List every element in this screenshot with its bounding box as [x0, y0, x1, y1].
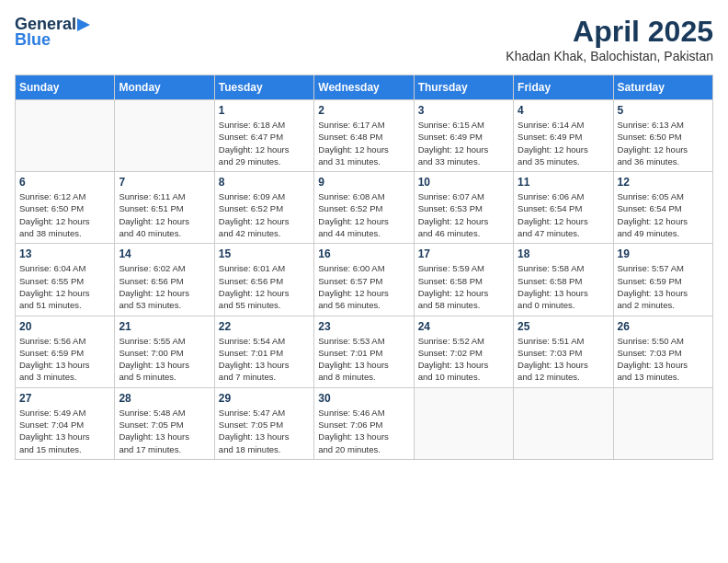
page-header: General Blue April 2025 Khadan Khak, Bal… [15, 15, 713, 63]
weekday-header-monday: Monday [115, 75, 214, 100]
calendar-cell: 11Sunrise: 6:06 AM Sunset: 6:54 PM Dayli… [514, 172, 613, 244]
calendar-cell: 29Sunrise: 5:47 AM Sunset: 7:05 PM Dayli… [214, 387, 313, 459]
day-info: Sunrise: 6:13 AM Sunset: 6:50 PM Dayligh… [618, 119, 709, 167]
day-info: Sunrise: 6:14 AM Sunset: 6:49 PM Dayligh… [518, 119, 609, 167]
day-number: 22 [219, 320, 310, 333]
day-number: 6 [19, 176, 110, 189]
calendar-cell: 23Sunrise: 5:53 AM Sunset: 7:01 PM Dayli… [314, 316, 414, 387]
weekday-header-row: SundayMondayTuesdayWednesdayThursdayFrid… [16, 75, 713, 100]
calendar-cell [414, 387, 513, 459]
title-area: April 2025 Khadan Khak, Balochistan, Pak… [506, 15, 713, 63]
calendar-cell: 24Sunrise: 5:52 AM Sunset: 7:02 PM Dayli… [414, 316, 513, 387]
day-number: 16 [318, 247, 409, 260]
weekday-header-tuesday: Tuesday [214, 75, 313, 100]
calendar-week-5: 27Sunrise: 5:49 AM Sunset: 7:04 PM Dayli… [16, 387, 713, 459]
day-number: 23 [318, 320, 409, 333]
calendar-cell: 26Sunrise: 5:50 AM Sunset: 7:03 PM Dayli… [613, 316, 712, 387]
day-number: 3 [418, 104, 509, 117]
day-info: Sunrise: 6:11 AM Sunset: 6:51 PM Dayligh… [119, 190, 210, 239]
calendar-header: SundayMondayTuesdayWednesdayThursdayFrid… [16, 75, 713, 100]
calendar-week-3: 13Sunrise: 6:04 AM Sunset: 6:55 PM Dayli… [16, 244, 713, 316]
day-info: Sunrise: 5:47 AM Sunset: 7:05 PM Dayligh… [219, 407, 310, 455]
calendar-cell: 7Sunrise: 6:11 AM Sunset: 6:51 PM Daylig… [115, 172, 214, 244]
calendar-week-4: 20Sunrise: 5:56 AM Sunset: 6:59 PM Dayli… [16, 316, 713, 387]
day-number: 4 [518, 104, 609, 117]
day-number: 2 [318, 104, 409, 117]
calendar-cell [514, 387, 613, 459]
calendar-cell: 20Sunrise: 5:56 AM Sunset: 6:59 PM Dayli… [16, 316, 115, 387]
day-number: 5 [618, 104, 709, 117]
day-number: 9 [318, 176, 409, 189]
day-info: Sunrise: 5:56 AM Sunset: 6:59 PM Dayligh… [19, 335, 110, 384]
day-info: Sunrise: 6:01 AM Sunset: 6:56 PM Dayligh… [219, 262, 310, 311]
location-title: Khadan Khak, Balochistan, Pakistan [506, 49, 713, 63]
day-number: 19 [618, 247, 709, 260]
day-number: 15 [219, 247, 310, 260]
day-number: 28 [119, 392, 210, 405]
weekday-header-friday: Friday [514, 75, 613, 100]
calendar-cell: 8Sunrise: 6:09 AM Sunset: 6:52 PM Daylig… [214, 172, 313, 244]
day-info: Sunrise: 5:58 AM Sunset: 6:58 PM Dayligh… [518, 262, 609, 311]
day-info: Sunrise: 5:54 AM Sunset: 7:01 PM Dayligh… [219, 335, 310, 384]
day-number: 25 [518, 320, 609, 333]
day-number: 1 [219, 104, 310, 117]
calendar-cell: 5Sunrise: 6:13 AM Sunset: 6:50 PM Daylig… [613, 100, 712, 172]
day-info: Sunrise: 5:53 AM Sunset: 7:01 PM Dayligh… [318, 335, 409, 384]
calendar-cell: 30Sunrise: 5:46 AM Sunset: 7:06 PM Dayli… [314, 387, 414, 459]
calendar-cell: 22Sunrise: 5:54 AM Sunset: 7:01 PM Dayli… [214, 316, 313, 387]
logo-icon [77, 18, 90, 31]
calendar-cell: 27Sunrise: 5:49 AM Sunset: 7:04 PM Dayli… [16, 387, 115, 459]
day-info: Sunrise: 5:55 AM Sunset: 7:00 PM Dayligh… [119, 335, 210, 384]
day-number: 14 [119, 247, 210, 260]
calendar-cell [613, 387, 712, 459]
day-number: 27 [19, 392, 110, 405]
day-number: 30 [318, 392, 409, 405]
day-number: 12 [618, 176, 709, 189]
day-number: 13 [19, 247, 110, 260]
day-info: Sunrise: 6:18 AM Sunset: 6:47 PM Dayligh… [219, 119, 310, 167]
calendar-cell: 9Sunrise: 6:08 AM Sunset: 6:52 PM Daylig… [314, 172, 414, 244]
weekday-header-saturday: Saturday [613, 75, 712, 100]
calendar-cell: 3Sunrise: 6:15 AM Sunset: 6:49 PM Daylig… [414, 100, 513, 172]
day-number: 8 [219, 176, 310, 189]
weekday-header-thursday: Thursday [414, 75, 513, 100]
logo-blue-text: Blue [15, 30, 51, 50]
day-info: Sunrise: 5:49 AM Sunset: 7:04 PM Dayligh… [19, 407, 110, 455]
day-info: Sunrise: 6:17 AM Sunset: 6:48 PM Dayligh… [318, 119, 409, 167]
calendar-cell: 15Sunrise: 6:01 AM Sunset: 6:56 PM Dayli… [214, 244, 313, 316]
calendar-cell [16, 100, 115, 172]
calendar-cell: 4Sunrise: 6:14 AM Sunset: 6:49 PM Daylig… [514, 100, 613, 172]
calendar-week-1: 1Sunrise: 6:18 AM Sunset: 6:47 PM Daylig… [16, 100, 713, 172]
day-number: 17 [418, 247, 509, 260]
calendar-cell [115, 100, 214, 172]
calendar-table: SundayMondayTuesdayWednesdayThursdayFrid… [15, 75, 713, 460]
svg-marker-0 [77, 18, 90, 31]
day-number: 10 [418, 176, 509, 189]
day-info: Sunrise: 5:50 AM Sunset: 7:03 PM Dayligh… [618, 335, 709, 384]
day-info: Sunrise: 5:46 AM Sunset: 7:06 PM Dayligh… [318, 407, 409, 455]
calendar-body: 1Sunrise: 6:18 AM Sunset: 6:47 PM Daylig… [16, 100, 713, 460]
day-number: 7 [119, 176, 210, 189]
day-info: Sunrise: 6:00 AM Sunset: 6:57 PM Dayligh… [318, 262, 409, 311]
calendar-cell: 16Sunrise: 6:00 AM Sunset: 6:57 PM Dayli… [314, 244, 414, 316]
calendar-cell: 6Sunrise: 6:12 AM Sunset: 6:50 PM Daylig… [16, 172, 115, 244]
calendar-cell: 28Sunrise: 5:48 AM Sunset: 7:05 PM Dayli… [115, 387, 214, 459]
day-info: Sunrise: 6:05 AM Sunset: 6:54 PM Dayligh… [618, 190, 709, 239]
day-info: Sunrise: 5:52 AM Sunset: 7:02 PM Dayligh… [418, 335, 509, 384]
calendar-cell: 12Sunrise: 6:05 AM Sunset: 6:54 PM Dayli… [613, 172, 712, 244]
logo: General Blue [15, 15, 91, 50]
calendar-cell: 14Sunrise: 6:02 AM Sunset: 6:56 PM Dayli… [115, 244, 214, 316]
day-info: Sunrise: 5:59 AM Sunset: 6:58 PM Dayligh… [418, 262, 509, 311]
month-title: April 2025 [506, 15, 713, 49]
day-info: Sunrise: 6:06 AM Sunset: 6:54 PM Dayligh… [518, 190, 609, 239]
day-info: Sunrise: 5:57 AM Sunset: 6:59 PM Dayligh… [618, 262, 709, 311]
day-number: 29 [219, 392, 310, 405]
calendar-cell: 17Sunrise: 5:59 AM Sunset: 6:58 PM Dayli… [414, 244, 513, 316]
day-info: Sunrise: 6:15 AM Sunset: 6:49 PM Dayligh… [418, 119, 509, 167]
day-info: Sunrise: 6:08 AM Sunset: 6:52 PM Dayligh… [318, 190, 409, 239]
weekday-header-wednesday: Wednesday [314, 75, 414, 100]
calendar-cell: 18Sunrise: 5:58 AM Sunset: 6:58 PM Dayli… [514, 244, 613, 316]
day-info: Sunrise: 6:12 AM Sunset: 6:50 PM Dayligh… [19, 190, 110, 239]
calendar-cell: 19Sunrise: 5:57 AM Sunset: 6:59 PM Dayli… [613, 244, 712, 316]
weekday-header-sunday: Sunday [16, 75, 115, 100]
